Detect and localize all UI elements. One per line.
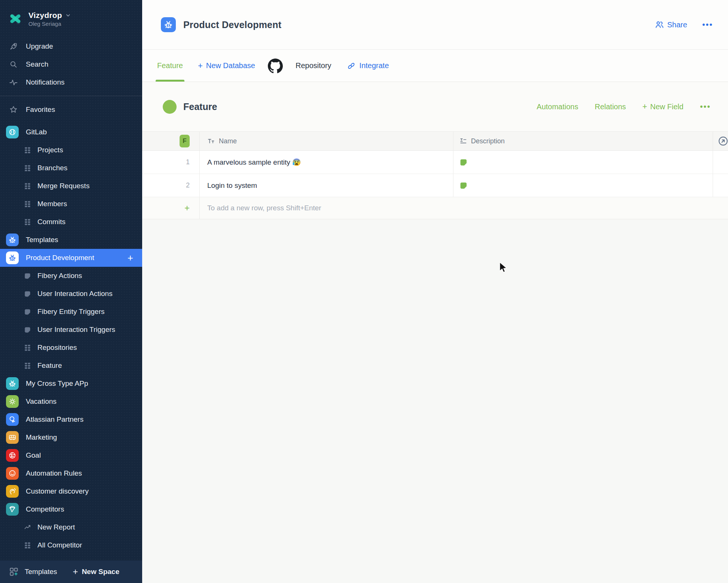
space-label: Atlassian Partners [26, 415, 83, 424]
tab-label: Repository [296, 61, 331, 70]
space-label: Vacations [26, 397, 56, 406]
templates-label: Templates [25, 568, 57, 576]
sidebar-space-competitors[interactable]: Competitors [0, 500, 142, 518]
database-grid-icon [24, 344, 31, 351]
table-row: 1 A marvelous sample entity 😰 [142, 151, 728, 174]
page-header: Product Development Share ••• [142, 0, 728, 50]
sidebar-item-search[interactable]: Search [0, 55, 142, 73]
search-icon [9, 60, 18, 69]
sidebar-space-marketing[interactable]: Marketing [0, 428, 142, 446]
column-header-description[interactable]: Description [459, 137, 505, 145]
new-database-button[interactable]: + New Database [190, 50, 263, 82]
sidebar-item-commits[interactable]: Commits [0, 213, 142, 231]
star-icon [9, 105, 18, 114]
workspace-name: Vizydrop [28, 11, 62, 20]
description-document-icon[interactable] [459, 181, 468, 190]
sidebar-divider [0, 96, 142, 96]
gitlab-space-icon [6, 126, 19, 138]
add-row[interactable]: + To add a new row, press Shift+Enter [142, 197, 728, 219]
new-field-label: New Field [650, 103, 683, 111]
space-label: Automation Rules [26, 469, 82, 477]
sidebar-item-user-interaction-actions[interactable]: User Interaction Actions [0, 285, 142, 303]
github-icon [268, 58, 283, 73]
sidebar-item-merge-requests[interactable]: Merge Requests [0, 177, 142, 195]
workspace-switcher[interactable]: Vizydrop Oleg Seriaga [0, 0, 142, 37]
sidebar-item-label: Members [37, 200, 67, 208]
sidebar-space-customer-discovery[interactable]: Customer discovery [0, 482, 142, 500]
automations-button[interactable]: Automations [537, 103, 578, 111]
sidebar-item-upgrade[interactable]: Upgrade [0, 37, 142, 55]
smiley-icon [6, 467, 19, 480]
sun-icon [6, 395, 19, 408]
sidebar-space-automation-rules[interactable]: Automation Rules [0, 464, 142, 482]
feature-table: F Name [142, 131, 728, 219]
space-bug-icon [161, 17, 176, 32]
sidebar-item-label: Favorites [26, 106, 55, 114]
tab-feature[interactable]: Feature [150, 50, 190, 82]
description-document-icon[interactable] [459, 158, 468, 167]
sidebar-item-members[interactable]: Members [0, 195, 142, 213]
column-label: Description [471, 137, 505, 145]
rich-text-icon [459, 137, 467, 145]
sidebar-space-templates[interactable]: Templates [0, 231, 142, 249]
document-icon [24, 326, 31, 333]
document-icon [24, 308, 31, 315]
sidebar-space-goal[interactable]: Goal [0, 446, 142, 464]
sidebar-space-gitlab[interactable]: GitLab [0, 123, 142, 141]
sidebar-item-label: Search [26, 60, 48, 68]
sidebar-item-all-competitor[interactable]: All Competitor [0, 536, 142, 554]
type-badge[interactable]: F [180, 135, 190, 147]
name-cell[interactable]: Login to system [207, 181, 257, 190]
sidebar-item-branches[interactable]: Branches [0, 159, 142, 177]
vizydrop-logo-icon [7, 11, 23, 27]
sidebar-item-repositories[interactable]: Repositories [0, 339, 142, 357]
relations-button[interactable]: Relations [595, 103, 626, 111]
sidebar-item-label: User Interaction Triggers [37, 326, 115, 334]
space-label: Competitors [26, 505, 64, 513]
github-tab[interactable] [263, 50, 288, 82]
more-options-button[interactable]: ••• [702, 23, 713, 27]
view-more-options-button[interactable]: ••• [700, 105, 711, 109]
text-type-icon [207, 137, 215, 145]
open-column-icon[interactable] [718, 135, 728, 147]
add-row-plus-icon[interactable]: + [184, 203, 190, 213]
space-label: Templates [26, 236, 58, 244]
sidebar-item-notifications[interactable]: Notifications [0, 73, 142, 91]
templates-squares-icon [9, 567, 19, 577]
share-button[interactable]: Share [655, 20, 687, 30]
integrate-button[interactable]: Integrate [339, 50, 397, 82]
sidebar-space-vacations[interactable]: Vacations [0, 393, 142, 410]
new-field-button[interactable]: + New Field [642, 102, 683, 112]
view-header: Feature Automations Relations + New Fiel… [142, 82, 728, 131]
sidebar-item-new-report[interactable]: New Report [0, 518, 142, 536]
sidebar-item-label: Merge Requests [37, 182, 89, 190]
sidebar-item-favorites[interactable]: Favorites [0, 101, 142, 119]
rocket-icon [9, 42, 18, 51]
sidebar-item-label: Notifications [26, 78, 65, 86]
sidebar-item-fibery-actions[interactable]: Fibery Actions [0, 267, 142, 285]
sidebar-item-feature[interactable]: Feature [0, 357, 142, 375]
feature-type-color-dot[interactable] [163, 100, 177, 114]
tab-repository[interactable]: Repository [288, 50, 339, 82]
templates-button[interactable]: Templates [9, 567, 57, 577]
database-tabs: Feature + New Database Repository Integr… [142, 50, 728, 82]
integration-link-icon [346, 61, 356, 71]
sidebar-item-label: Fibery Entity Triggers [37, 308, 105, 316]
table-row: 2 Login to system [142, 174, 728, 197]
sidebar-space-atlassian-partners[interactable]: Atlassian Partners [0, 410, 142, 428]
sidebar-item-projects[interactable]: Projects [0, 141, 142, 159]
sidebar-item-user-interaction-triggers[interactable]: User Interaction Triggers [0, 321, 142, 339]
sidebar-space-product-development[interactable]: Product Development + [0, 249, 142, 267]
sidebar-space-my-cross-type-app[interactable]: My Cross Type APp [0, 375, 142, 393]
database-grid-icon [24, 183, 31, 190]
page-title: Product Development [183, 19, 281, 30]
sidebar-item-label: Upgrade [26, 42, 53, 51]
new-space-button[interactable]: + New Space [73, 567, 119, 577]
name-cell[interactable]: A marvelous sample entity 😰 [207, 158, 301, 167]
plus-icon: + [198, 61, 203, 71]
column-header-name[interactable]: Name [207, 137, 237, 145]
database-grid-icon [24, 362, 31, 369]
sidebar-item-fibery-entity-triggers[interactable]: Fibery Entity Triggers [0, 303, 142, 321]
database-grid-icon [24, 165, 31, 172]
add-to-space-button[interactable]: + [125, 253, 136, 263]
